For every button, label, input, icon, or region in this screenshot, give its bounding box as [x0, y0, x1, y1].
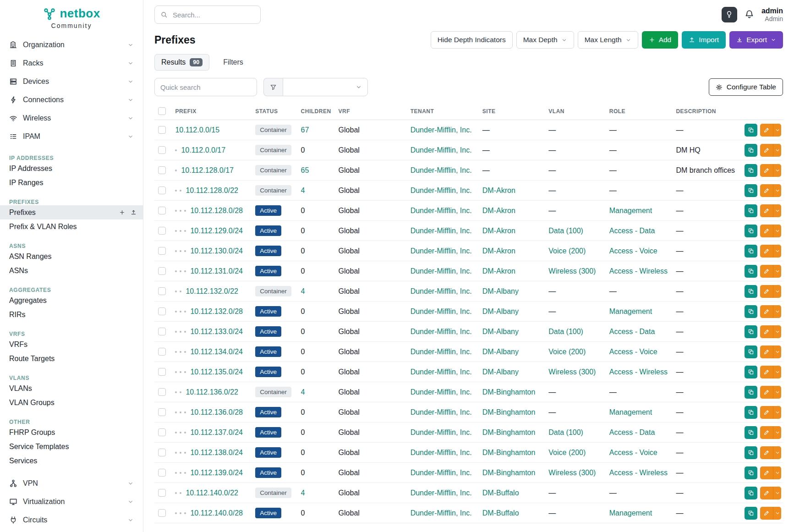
vlan-link[interactable]: Wireless (300): [548, 469, 596, 477]
row-checkbox[interactable]: [158, 449, 166, 456]
role-link[interactable]: Access - Voice: [609, 449, 657, 456]
children-count-link[interactable]: 65: [301, 166, 309, 174]
prefix-link[interactable]: 10.112.129.0/24: [190, 227, 242, 235]
prefix-link[interactable]: 10.112.134.0/24: [190, 348, 242, 356]
children-count-link[interactable]: 4: [301, 287, 305, 295]
saved-filter-select[interactable]: [283, 78, 368, 96]
prefix-link[interactable]: 10.112.140.0/28: [190, 509, 242, 517]
clone-button[interactable]: [745, 346, 757, 358]
add-button[interactable]: Add: [642, 31, 679, 49]
role-link[interactable]: Access - Wireless: [609, 469, 668, 477]
row-checkbox[interactable]: [158, 489, 166, 497]
theme-toggle-button[interactable]: [722, 7, 737, 22]
column-header-description[interactable]: DESCRIPTION: [672, 102, 741, 120]
row-checkbox[interactable]: [158, 126, 166, 134]
clone-button[interactable]: [745, 305, 757, 318]
sidebar-item-connections[interactable]: Connections: [0, 91, 143, 109]
site-link[interactable]: DM-Albany: [482, 287, 519, 295]
row-checkbox[interactable]: [158, 207, 166, 214]
edit-button[interactable]: [760, 265, 773, 278]
import-button[interactable]: Import: [682, 31, 726, 49]
edit-button[interactable]: [760, 225, 773, 237]
prefix-link[interactable]: 10.112.131.0/24: [190, 267, 242, 275]
clone-button[interactable]: [745, 446, 757, 459]
edit-dropdown-toggle[interactable]: [773, 325, 781, 338]
clone-button[interactable]: [745, 144, 757, 157]
sidebar-item-organization[interactable]: Organization: [0, 36, 143, 54]
select-all-checkbox[interactable]: [158, 107, 166, 115]
site-link[interactable]: DM-Binghamton: [482, 428, 536, 436]
clone-button[interactable]: [745, 325, 757, 338]
row-checkbox[interactable]: [158, 146, 166, 154]
column-header-vlan[interactable]: VLAN: [545, 102, 605, 120]
clone-button[interactable]: [745, 366, 757, 378]
row-checkbox[interactable]: [158, 348, 166, 356]
row-checkbox[interactable]: [158, 166, 166, 174]
edit-dropdown-toggle[interactable]: [773, 184, 781, 197]
column-header-tenant[interactable]: TENANT: [407, 102, 479, 120]
sidebar-item-prefix-vlan-roles[interactable]: Prefix & VLAN Roles: [0, 219, 143, 234]
edit-button[interactable]: [760, 305, 773, 318]
clone-button[interactable]: [745, 466, 757, 479]
vlan-link[interactable]: Data (100): [548, 428, 583, 436]
prefix-link[interactable]: 10.112.128.0/22: [186, 186, 238, 194]
site-link[interactable]: DM-Albany: [482, 348, 519, 356]
row-checkbox[interactable]: [158, 368, 166, 376]
clone-button[interactable]: [745, 406, 757, 419]
edit-dropdown-toggle[interactable]: [773, 487, 781, 499]
prefix-link[interactable]: 10.112.136.0/22: [186, 388, 238, 396]
sidebar-item-rirs[interactable]: RIRs: [0, 307, 143, 322]
prefix-link[interactable]: 10.112.128.0/28: [190, 207, 242, 214]
filter-button[interactable]: [263, 78, 283, 96]
prefix-link[interactable]: 10.112.140.0/22: [186, 489, 238, 497]
prefix-link[interactable]: 10.112.0.0/17: [181, 146, 225, 154]
row-checkbox[interactable]: [158, 408, 166, 416]
edit-dropdown-toggle[interactable]: [773, 406, 781, 419]
clone-button[interactable]: [745, 426, 757, 439]
edit-dropdown-toggle[interactable]: [773, 245, 781, 258]
max-length-dropdown[interactable]: Max Length: [578, 31, 638, 49]
site-link[interactable]: DM-Albany: [482, 328, 519, 335]
prefix-link[interactable]: 10.112.136.0/28: [190, 408, 242, 416]
clone-button[interactable]: [745, 265, 757, 278]
clone-button[interactable]: [745, 245, 757, 258]
sidebar-item-vpn[interactable]: VPN: [0, 474, 143, 493]
sidebar-item-service-templates[interactable]: Service Templates: [0, 439, 143, 454]
quick-add-button[interactable]: [119, 209, 125, 215]
tenant-link[interactable]: Dunder-Mifflin, Inc.: [411, 449, 472, 456]
global-search[interactable]: [154, 5, 261, 24]
edit-button[interactable]: [760, 406, 773, 419]
sidebar-item-asn-ranges[interactable]: ASN Ranges: [0, 249, 143, 263]
role-link[interactable]: Access - Data: [609, 227, 655, 235]
clone-button[interactable]: [745, 204, 757, 217]
tenant-link[interactable]: Dunder-Mifflin, Inc.: [411, 126, 472, 134]
sidebar-item-racks[interactable]: Racks: [0, 54, 143, 72]
vlan-link[interactable]: Voice (200): [548, 247, 586, 255]
site-link[interactable]: DM-Akron: [482, 267, 515, 275]
column-header-role[interactable]: ROLE: [606, 102, 673, 120]
tenant-link[interactable]: Dunder-Mifflin, Inc.: [411, 368, 472, 376]
edit-dropdown-toggle[interactable]: [773, 225, 781, 237]
edit-button[interactable]: [760, 446, 773, 459]
role-link[interactable]: Management: [609, 207, 652, 214]
row-checkbox[interactable]: [158, 469, 166, 477]
site-link[interactable]: DM-Akron: [482, 247, 515, 255]
sidebar-item-fhrp-groups[interactable]: FHRP Groups: [0, 425, 143, 439]
hide-depth-indicators-button[interactable]: Hide Depth Indicators: [431, 31, 513, 49]
tenant-link[interactable]: Dunder-Mifflin, Inc.: [411, 267, 472, 275]
clone-button[interactable]: [745, 124, 757, 137]
row-checkbox[interactable]: [158, 307, 166, 315]
edit-dropdown-toggle[interactable]: [773, 305, 781, 318]
column-header-site[interactable]: SITE: [479, 102, 545, 120]
edit-button[interactable]: [760, 144, 773, 157]
edit-button[interactable]: [760, 124, 773, 137]
role-link[interactable]: Access - Voice: [609, 247, 657, 255]
edit-dropdown-toggle[interactable]: [773, 285, 781, 298]
edit-dropdown-toggle[interactable]: [773, 124, 781, 137]
row-checkbox[interactable]: [158, 186, 166, 194]
tenant-link[interactable]: Dunder-Mifflin, Inc.: [411, 227, 472, 235]
edit-dropdown-toggle[interactable]: [773, 426, 781, 439]
column-header-prefix[interactable]: PREFIX: [171, 102, 252, 120]
tenant-link[interactable]: Dunder-Mifflin, Inc.: [411, 166, 472, 174]
prefix-link[interactable]: 10.112.133.0/24: [190, 328, 242, 335]
